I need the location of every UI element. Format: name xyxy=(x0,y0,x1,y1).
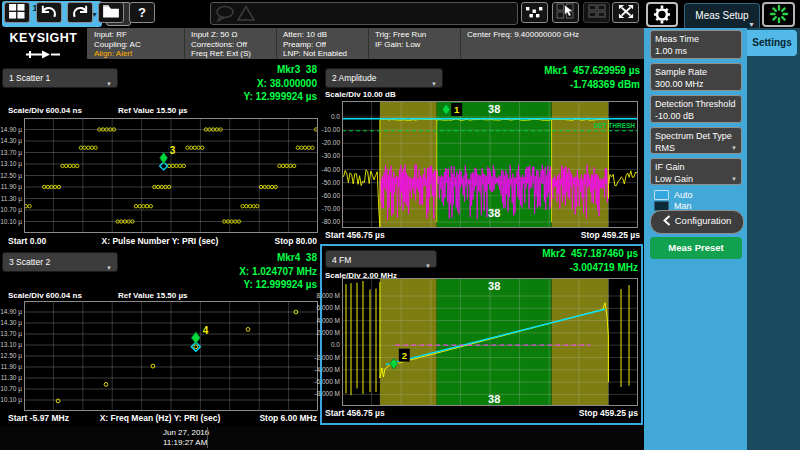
marker-readout-line: Y: 12.999924 µs xyxy=(239,278,317,292)
touch-mode-button[interactable] xyxy=(552,2,579,23)
marker-readout-line: Mkr4 38 xyxy=(239,251,317,265)
panel4-trace-select[interactable]: 4 FM ▼ xyxy=(325,250,437,268)
status-line: Freq Ref: Ext (S) xyxy=(191,49,272,59)
marker-3[interactable]: 3 xyxy=(160,145,176,170)
panel3-title: 3 Scatter 2 xyxy=(9,257,50,267)
y-tick-label: 4.000 M xyxy=(317,317,341,324)
svg-text:1: 1 xyxy=(454,104,460,115)
panel1-trace-select[interactable]: 1 Scatter 1 ▼ xyxy=(2,68,118,88)
panel4-start-label: Start 456.75 µs xyxy=(325,408,385,418)
sidebar-button-meas-time[interactable]: Meas Time1.00 ms xyxy=(650,30,742,59)
panel3-axis-label: X: Freq Mean (Hz) Y: PRI (sec) xyxy=(60,413,260,423)
status-column-0: Input: RFCoupling: ACAlign: Alert xyxy=(88,28,184,59)
tab-settings[interactable]: Settings xyxy=(747,30,797,56)
marker-layout-button[interactable] xyxy=(521,2,548,23)
scatter1-plot[interactable]: 3 xyxy=(24,118,318,233)
gear-icon xyxy=(648,4,676,25)
fullscreen-button[interactable] xyxy=(612,2,639,23)
auto-label: Auto xyxy=(674,190,693,200)
chevron-left-icon xyxy=(663,215,671,226)
status-line: IF Gain: Low xyxy=(375,40,456,50)
panel1-title: 1 Scatter 1 xyxy=(9,73,50,83)
panel2-title: 2 Amplitude xyxy=(332,73,376,83)
svg-text:38: 38 xyxy=(488,207,500,219)
sidebar-button-detection-threshold[interactable]: Detection Threshold-10.00 dB xyxy=(650,95,742,123)
status-line: LNP: Not Enabled xyxy=(283,49,364,59)
expand-arrows-icon xyxy=(617,4,635,19)
scatter2-plot[interactable]: 4 xyxy=(24,301,318,411)
status-line: Corrections: Off xyxy=(191,40,272,50)
y-tick-label: 12.50 µ xyxy=(0,172,22,179)
panel1-start-label: Start 0.00 xyxy=(8,236,46,246)
y-tick-label: -70.00 xyxy=(322,205,340,212)
sidebar-button-value: 1.00 ms xyxy=(655,45,737,57)
sidebar-button-spectrum-det-type[interactable]: Spectrum Det TypeRMS▼ xyxy=(650,127,742,154)
y-tick-label: 13.70 µ xyxy=(0,149,22,156)
y-tick-label: 14.90 µ xyxy=(0,126,22,133)
marker-readout-line: X: 38.000000 xyxy=(244,77,317,91)
status-line: Trig: Free Run xyxy=(375,30,456,40)
redo-button[interactable] xyxy=(67,2,93,23)
status-line: Coupling: AC xyxy=(94,40,180,50)
tab-meas-setup[interactable]: Meas Setup ▼ xyxy=(684,3,760,29)
marker-readout-line: -1.748369 dBm xyxy=(544,78,640,92)
panel1-marker-readout: Mkr3 38X: 38.000000Y: 12.999924 µs xyxy=(244,63,317,104)
busy-indicator-button xyxy=(762,2,795,27)
touch-hand-icon xyxy=(556,3,575,19)
speech-bubble-icon xyxy=(217,7,233,18)
marker-readout-line: Mkr1 457.629959 µs xyxy=(544,64,640,78)
chevron-down-icon: ▼ xyxy=(431,75,437,93)
fm-plot[interactable]: 38382 xyxy=(342,278,638,406)
marker-readout-line: -3.004719 MHz xyxy=(542,261,638,275)
y-tick-label: 0.0 xyxy=(331,113,340,120)
panel3-marker-readout: Mkr4 38X: 1.024707 MHzY: 12.999924 µs xyxy=(239,251,317,292)
instrument-status-readouts: Input: RFCoupling: ACAlign: AlertInput Z… xyxy=(88,28,644,59)
sidebar-button-label: IF Gain xyxy=(655,161,737,173)
y-tick-label: -8.000 M xyxy=(314,390,340,397)
status-column-2: Atten: 10 dBPreamp: OffLNP: Not Enabled xyxy=(276,28,368,59)
time-text: 11:19:27 AM xyxy=(163,438,209,448)
panel3-trace-select[interactable]: 3 Scatter 2 ▼ xyxy=(2,252,118,272)
y-tick-label: 8.000 M xyxy=(317,292,341,299)
split-layout-button[interactable] xyxy=(583,2,610,23)
y-tick-label: 14.30 µ xyxy=(0,319,22,326)
panel4-title: 4 FM xyxy=(332,255,351,265)
y-tick-label: 0.0 xyxy=(331,341,340,348)
marker-1[interactable]: 1 xyxy=(442,103,462,116)
if-gain-auto-man-toggle[interactable]: Auto Man xyxy=(654,189,740,211)
brand-name: KEYSIGHT xyxy=(0,31,87,45)
sidebar-button-label: Sample Rate xyxy=(655,66,737,78)
y-tick-label: -4.000 M xyxy=(314,366,340,373)
sidebar-button-sample-rate[interactable]: Sample Rate300.00 MHz xyxy=(650,63,742,91)
help-button[interactable]: ? xyxy=(129,2,155,23)
menu-background xyxy=(747,28,800,450)
man-label: Man xyxy=(674,201,692,211)
system-settings-button[interactable] xyxy=(646,2,678,27)
amplitude-plot[interactable]: DET THRESH38381 xyxy=(342,101,638,228)
annotation-tray xyxy=(210,2,518,25)
windows-start-button[interactable] xyxy=(4,2,30,23)
panel1-scale-div: Scale/Div 600.04 ns xyxy=(8,106,82,115)
panel2-trace-select[interactable]: 2 Amplitude ▼ xyxy=(325,68,443,88)
file-open-button[interactable] xyxy=(98,2,124,23)
y-tick-label: -20.00 xyxy=(322,139,340,146)
sidebar-button-if-gain[interactable]: IF GainLow Gain▼ xyxy=(650,158,742,185)
toggle-option-auto[interactable]: Auto xyxy=(654,189,740,200)
status-line: Align: Alert xyxy=(94,49,180,59)
configuration-button[interactable]: Configuration xyxy=(650,210,744,234)
auto-selected-indicator xyxy=(654,190,669,200)
chevron-down-icon: ▼ xyxy=(731,176,737,182)
panel2-marker-readout: Mkr1 457.629959 µs-1.748369 dBm xyxy=(544,64,640,91)
pulse-arrow-icon xyxy=(16,50,72,59)
pulse-analyzer-window: Pulse 1 Pulse ▼ + Meas Setup ▼ K xyxy=(0,0,800,450)
meas-preset-button[interactable]: Meas Preset xyxy=(650,237,742,259)
y-tick-label: 10.10 µ xyxy=(0,396,22,403)
triangle-icon xyxy=(238,7,254,21)
y-tick-label: 14.90 µ xyxy=(0,308,22,315)
y-tick-label: 10.70 µ xyxy=(0,206,22,213)
y-tick-label: 11.90 µ xyxy=(1,183,22,190)
undo-button[interactable] xyxy=(36,2,62,23)
dots-grid-icon xyxy=(525,4,544,19)
status-line: Input: RF xyxy=(94,30,180,40)
y-tick-label: 13.70 µ xyxy=(0,330,22,337)
